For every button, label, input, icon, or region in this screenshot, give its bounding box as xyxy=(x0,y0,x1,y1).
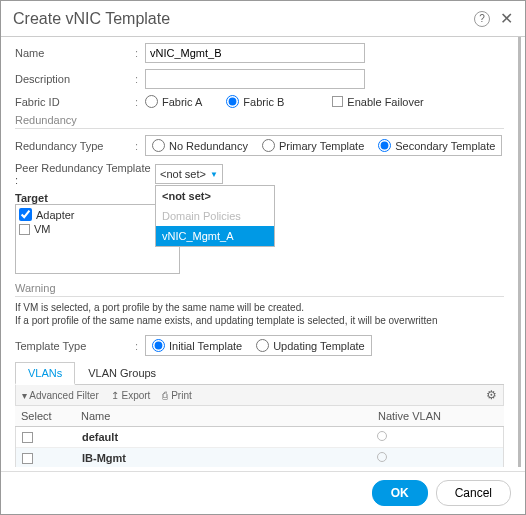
description-label: Description xyxy=(15,73,135,85)
close-icon[interactable]: ✕ xyxy=(500,9,513,28)
gear-icon[interactable]: ⚙ xyxy=(486,388,497,402)
chevron-down-icon: ▼ xyxy=(210,170,218,179)
native-vlan-radio[interactable] xyxy=(377,452,387,462)
tab-vlans[interactable]: VLANs xyxy=(15,362,75,385)
redundancy-type-label: Redundancy Type xyxy=(15,140,135,152)
template-type-label: Template Type xyxy=(15,340,135,352)
warning-text: If VM is selected, a port profile by the… xyxy=(15,301,504,327)
updating-template-radio[interactable]: Updating Template xyxy=(256,339,365,352)
tab-vlan-groups[interactable]: VLAN Groups xyxy=(75,362,169,384)
enable-failover-checkbox[interactable]: Enable Failover xyxy=(332,96,423,108)
redundancy-header: Redundancy xyxy=(15,114,504,129)
fabric-id-label: Fabric ID xyxy=(15,96,135,108)
dropdown-menu: <not set> Domain Policies vNIC_Mgmt_A xyxy=(155,185,275,247)
print-button[interactable]: ⎙ Print xyxy=(162,390,191,401)
advanced-filter-button[interactable]: ▾ Advanced Filter xyxy=(22,390,99,401)
title-bar: Create vNIC Template ? ✕ xyxy=(1,1,525,37)
warning-header: Warning xyxy=(15,282,504,297)
row-select-checkbox[interactable] xyxy=(22,432,33,443)
no-redundancy-radio[interactable]: No Redundancy xyxy=(152,139,248,152)
target-adapter-checkbox[interactable]: Adapter xyxy=(18,207,177,222)
cancel-button[interactable]: Cancel xyxy=(436,480,511,506)
dropdown-vnic-mgmt-a[interactable]: vNIC_Mgmt_A xyxy=(156,226,274,246)
fabric-b-radio[interactable]: Fabric B xyxy=(226,95,284,108)
primary-template-radio[interactable]: Primary Template xyxy=(262,139,364,152)
table-row: default xyxy=(16,427,503,448)
grid-toolbar: ▾ Advanced Filter ↥ Export ⎙ Print ⚙ xyxy=(15,385,504,406)
target-vm-checkbox[interactable]: VM xyxy=(18,222,177,236)
peer-template-label: Peer Redundancy Template : xyxy=(15,162,155,186)
fabric-a-radio[interactable]: Fabric A xyxy=(145,95,202,108)
dropdown-not-set[interactable]: <not set> xyxy=(156,186,274,206)
name-input[interactable] xyxy=(145,43,365,63)
dialog-title: Create vNIC Template xyxy=(13,10,170,28)
description-input[interactable] xyxy=(145,69,365,89)
create-vnic-dialog: Create vNIC Template ? ✕ Name : Descript… xyxy=(0,0,526,515)
ok-button[interactable]: OK xyxy=(372,480,428,506)
peer-template-dropdown[interactable]: <not set> ▼ <not set> Domain Policies vN… xyxy=(155,164,223,184)
secondary-template-radio[interactable]: Secondary Template xyxy=(378,139,495,152)
row-select-checkbox[interactable] xyxy=(22,453,33,464)
name-label: Name xyxy=(15,47,135,59)
native-vlan-radio[interactable] xyxy=(377,431,387,441)
initial-template-radio[interactable]: Initial Template xyxy=(152,339,242,352)
grid-header: Select Name Native VLAN xyxy=(15,406,504,427)
dropdown-domain-policies: Domain Policies xyxy=(156,206,274,226)
table-row: IB-Mgmt xyxy=(16,448,503,467)
dialog-footer: OK Cancel xyxy=(1,471,525,514)
vlan-grid[interactable]: default IB-Mgmt Native VM-App-201 xyxy=(15,427,504,467)
help-icon[interactable]: ? xyxy=(474,11,490,27)
export-button[interactable]: ↥ Export xyxy=(111,390,151,401)
